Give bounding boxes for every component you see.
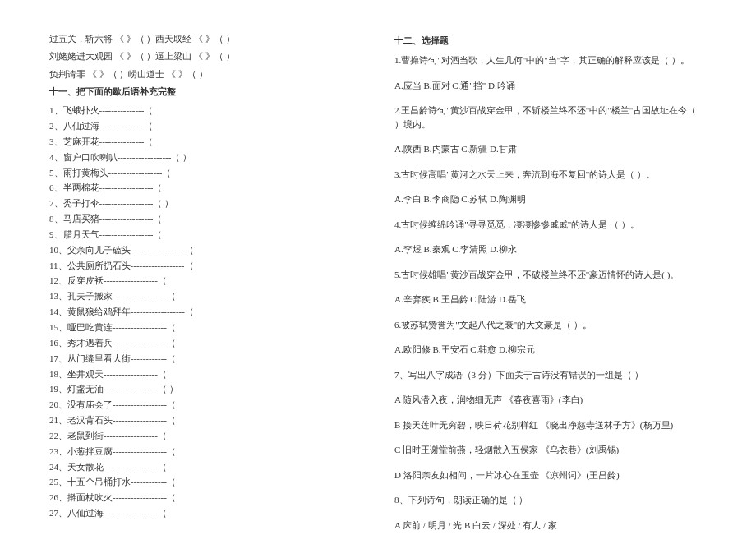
question-7: 7、写出八字成语（3 分）下面关于古诗没有错误的一组是（ ）: [394, 368, 707, 382]
fill-item: 3、芝麻开花---------------（: [49, 136, 362, 148]
question-1: 1.曹操诗句"对酒当歌，人生几何"中的"当"字，其正确的解释应该是（ ）。: [394, 53, 707, 67]
fill-item: 5、雨打黄梅头------------------（: [49, 167, 362, 179]
fill-item: 4、窗户口吹喇叭------------------（ ）: [49, 151, 362, 164]
fill-item: 21、老汉背石头------------------（: [49, 414, 362, 427]
question-7-option-b: B 接天莲叶无穷碧，映日荷花别样红 《晓出净慈寺送林子方》(杨万里): [394, 418, 707, 432]
question-7-option-d: D 洛阳亲友如相问，一片冰心在玉壶 《凉州词》(王昌龄): [394, 468, 707, 482]
fill-item: 6、半两棉花------------------（: [49, 182, 362, 194]
question-4: 4.古时候缠绵吟诵"寻寻觅觅，凄凄惨惨戚戚"的诗人是 （ ）。: [394, 218, 707, 232]
fill-item: 26、擀面杖吹火------------------（: [49, 491, 362, 504]
fill-item: 8、马店买猪------------------（: [49, 213, 362, 225]
fill-item: 10、父亲向儿子磕头------------------（: [49, 244, 362, 256]
fill-item: 12、反穿皮袄------------------（: [49, 274, 362, 287]
question-4-options: A.李煜 B.秦观 C.李清照 D.柳永: [394, 242, 707, 256]
fill-item: 16、秀才遇着兵------------------（: [49, 337, 362, 349]
left-column: 过五关，斩六将 《 》（ ）西天取经 《 》（ ） 刘姥姥进大观园 《 》（ ）…: [49, 33, 386, 502]
fill-item: 18、坐井观天------------------（: [49, 368, 362, 380]
question-3-options: A.李白 B.李商隐 C.苏轼 D.陶渊明: [394, 192, 707, 206]
fill-item: 9、腊月天气------------------（: [49, 228, 362, 241]
intro-line: 刘姥姥进大观园 《 》（ ）逼上梁山 《 》（ ）: [49, 50, 362, 62]
fill-item: 24、天女散花------------------（: [49, 461, 362, 473]
question-3: 3.古时候高唱"黄河之水天上来，奔流到海不复回"的诗人是（ ）。: [394, 168, 707, 182]
fill-item: 22、老鼠到街------------------（: [49, 430, 362, 442]
fill-item: 14、黄鼠狼给鸡拜年------------------（: [49, 306, 362, 318]
fill-item: 23、小葱拌豆腐------------------（: [49, 445, 362, 458]
question-1-options: A.应当 B.面对 C.通"挡" D.吟诵: [394, 79, 707, 93]
intro-line: 负荆请罪 《 》（ ）崂山道士 《 》（ ）: [49, 68, 362, 81]
question-2: 2.王昌龄诗句"黄沙百战穿金甲，不斩楼兰终不还"中的"楼兰"古国故址在今（ ）境…: [394, 104, 707, 131]
fill-item: 7、秃子打伞------------------（ ）: [49, 197, 362, 210]
question-6: 6.被苏轼赞誉为"文起八代之衰"的大文豪是（ ）。: [394, 318, 707, 332]
question-7-option-a: A 随风潜入夜，润物细无声 《春夜喜雨》(李白): [394, 393, 707, 407]
question-7-option-c: C 旧时王谢堂前燕，轻烟散入五侯家 《乌衣巷》(刘禹锡): [394, 443, 707, 457]
fill-item: 13、孔夫子搬家------------------（: [49, 290, 362, 302]
fill-item: 20、没有庙会了------------------（: [49, 399, 362, 411]
fill-item: 15、哑巴吃黄连------------------（: [49, 321, 362, 334]
fill-item: 27、八仙过海------------------（: [49, 507, 362, 519]
fill-item: 25、十五个吊桶打水------------（: [49, 476, 362, 488]
question-5: 5.古时候雄唱"黄沙百战穿金甲，不破楼兰终不还"豪迈情怀的诗人是( )。: [394, 268, 707, 282]
question-5-options: A.辛弃疾 B.王昌龄 C.陆游 D.岳飞: [394, 293, 707, 307]
intro-line: 过五关，斩六将 《 》（ ）西天取经 《 》（ ）: [49, 33, 362, 45]
section-11-title: 十一、把下面的歇后语补充完整: [49, 85, 362, 98]
fill-item: 17、从门缝里看大街------------（: [49, 353, 362, 365]
fill-item: 2、八仙过海---------------（: [49, 120, 362, 132]
fill-item: 11、公共厕所扔石头------------------（: [49, 260, 362, 272]
section-12-title: 十二、选择题: [394, 35, 707, 47]
question-8-option-ab: A 床前 / 明月 / 光 B 白云 / 深处 / 有人 / 家: [394, 519, 707, 533]
fill-item: 1、飞蛾扑火---------------（: [49, 104, 362, 117]
fill-item: 19、灯盏无油------------------（ ）: [49, 383, 362, 395]
right-column: 十二、选择题 1.曹操诗句"对酒当歌，人生几何"中的"当"字，其正确的解释应该是…: [386, 33, 707, 502]
question-6-options: A.欧阳修 B.王安石 C.韩愈 D.柳宗元: [394, 343, 707, 357]
question-8: 8、下列诗句，朗读正确的是（ ）: [394, 493, 707, 507]
question-2-options: A.陕西 B.内蒙古 C.新疆 D.甘肃: [394, 142, 707, 156]
